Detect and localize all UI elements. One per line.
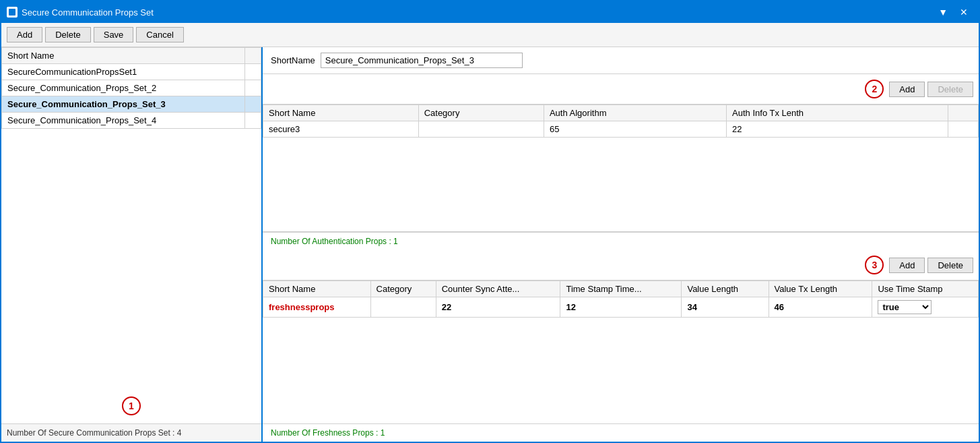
annotation-3: 3 <box>865 256 884 274</box>
list-item-name: Secure_Communication_Props_Set_2 <box>2 80 245 96</box>
auth-table: Short Name Category Auth Algorithm Auth … <box>263 105 979 138</box>
auth-delete-button[interactable]: Delete <box>927 82 973 97</box>
table-cell-counter_sync: 22 <box>436 297 560 318</box>
shortname-row: ShortName <box>263 47 979 74</box>
add-button[interactable]: Add <box>7 27 42 42</box>
list-item-extra <box>244 96 261 113</box>
freshness-table-wrap: Short Name Category Counter Sync Atte...… <box>263 280 979 423</box>
fresh-col-valuetxlength: Value Tx Length <box>769 281 872 297</box>
fresh-col-counter: Counter Sync Atte... <box>436 281 560 297</box>
auth-col-category: Category <box>418 105 544 121</box>
auth-col-algorithm: Auth Algorithm <box>544 105 726 121</box>
table-cell-value_tx_length: 46 <box>769 297 872 318</box>
left-table: Short Name SecureCommunicationPropsSet1S… <box>1 47 261 388</box>
auth-col-extra <box>948 105 978 121</box>
list-item-extra <box>244 64 261 80</box>
auth-section: 2 Add Delete Short Name Category Auth Al… <box>263 74 979 250</box>
right-panel: ShortName 2 Add Delete Short Name Catego… <box>263 47 979 442</box>
table-cell-auth_algorithm: 65 <box>544 121 726 138</box>
title-bar-left: Secure Communication Props Set <box>7 7 154 18</box>
list-item[interactable]: Secure_Communication_Props_Set_3 <box>2 96 261 113</box>
main-toolbar: Add Delete Save Cancel <box>1 23 979 47</box>
freshness-delete-button[interactable]: Delete <box>927 258 973 273</box>
extra-col-header <box>244 48 261 64</box>
annotation-2: 2 <box>865 80 884 98</box>
table-cell-category <box>418 121 544 138</box>
close-button[interactable]: ✕ <box>954 5 973 19</box>
fresh-col-shortname: Short Name <box>263 281 371 297</box>
short-name-column-header: Short Name <box>2 48 245 64</box>
title-bar-controls: ▼ ✕ <box>933 5 973 19</box>
annotation-1: 1 <box>122 396 141 415</box>
table-cell-short_name: secure3 <box>263 121 419 138</box>
auth-col-shortname: Short Name <box>263 105 419 121</box>
freshness-add-button[interactable]: Add <box>889 258 925 273</box>
shortname-label: ShortName <box>271 55 315 65</box>
cancel-button[interactable]: Cancel <box>136 27 183 42</box>
freshness-footer: Number Of Freshness Props : 1 <box>263 423 979 442</box>
list-item-name: SecureCommunicationPropsSet1 <box>2 64 245 80</box>
title-bar: Secure Communication Props Set ▼ ✕ <box>1 1 979 23</box>
window-title: Secure Communication Props Set <box>22 7 154 18</box>
table-cell-category <box>370 297 436 318</box>
fresh-col-timestamp: Time Stamp Time... <box>560 281 682 297</box>
list-item-extra <box>244 80 261 96</box>
annotation-area-1: 1 <box>1 388 261 423</box>
list-item[interactable]: Secure_Communication_Props_Set_4 <box>2 113 261 129</box>
minimize-button[interactable]: ▼ <box>933 5 953 19</box>
table-row[interactable]: freshnessprops22123446truefalse <box>263 297 979 318</box>
auth-add-button[interactable]: Add <box>889 82 925 97</box>
app-icon <box>7 7 18 18</box>
list-item[interactable]: Secure_Communication_Props_Set_2 <box>2 80 261 96</box>
auth-col-txlenth: Auth Info Tx Lenth <box>727 105 948 121</box>
list-item[interactable]: SecureCommunicationPropsSet1 <box>2 64 261 80</box>
use-time-stamp-select[interactable]: truefalse <box>878 300 932 314</box>
table-row[interactable]: secure36522 <box>263 121 979 138</box>
table-cell-auth_info_tx_lenth: 22 <box>727 121 948 138</box>
shortname-input[interactable] <box>321 53 523 68</box>
list-item-name: Secure_Communication_Props_Set_4 <box>2 113 245 129</box>
freshness-section-toolbar: 3 Add Delete <box>263 250 979 280</box>
auth-footer: Number Of Authentication Props : 1 <box>263 232 979 250</box>
table-cell-time_stamp: 12 <box>560 297 682 318</box>
auth-section-toolbar: 2 Add Delete <box>263 74 979 105</box>
table-cell-use-time-stamp[interactable]: truefalse <box>872 297 979 318</box>
auth-empty-space <box>263 138 979 232</box>
table-cell-extra <box>948 121 978 138</box>
freshness-table: Short Name Category Counter Sync Atte...… <box>263 280 979 318</box>
table-cell-value_length: 34 <box>682 297 769 318</box>
fresh-col-usetimestamp: Use Time Stamp <box>872 281 979 297</box>
table-cell-short_name: freshnessprops <box>263 297 371 318</box>
left-panel: Short Name SecureCommunicationPropsSet1S… <box>1 47 263 442</box>
freshness-section: 3 Add Delete Short Name Category Counter… <box>263 250 979 442</box>
save-button[interactable]: Save <box>94 27 134 42</box>
main-area: Short Name SecureCommunicationPropsSet1S… <box>1 47 979 442</box>
left-footer: Number Of Secure Communication Props Set… <box>1 423 261 442</box>
list-item-name: Secure_Communication_Props_Set_3 <box>2 96 245 113</box>
fresh-col-category: Category <box>370 281 436 297</box>
props-set-table: Short Name SecureCommunicationPropsSet1S… <box>1 47 261 129</box>
fresh-col-valuelength: Value Length <box>682 281 769 297</box>
main-window: Secure Communication Props Set ▼ ✕ Add D… <box>0 0 980 443</box>
delete-button[interactable]: Delete <box>45 27 91 42</box>
list-item-extra <box>244 113 261 129</box>
